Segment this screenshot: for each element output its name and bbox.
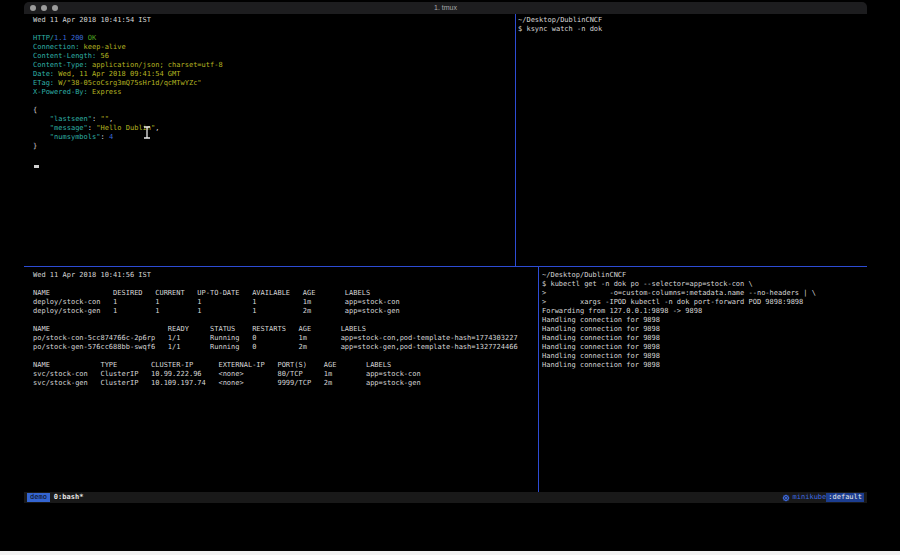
- json-field: "message": "Hello Dublin",: [33, 124, 223, 133]
- json-comma: ,: [109, 115, 113, 123]
- header-value: W/"38-05coCsrg3mQ75sHr1d/qcMTwYZc": [54, 79, 202, 87]
- blank-line: [33, 97, 223, 106]
- window-title: 1. tmux: [24, 2, 867, 14]
- http-status-line: HTTP/1.1 200 OK: [33, 34, 223, 43]
- json-field: "numsymbols": 4: [33, 133, 223, 142]
- svc-table-row: svc/stock-con ClusterIP 10.99.222.96 <no…: [33, 370, 518, 379]
- pane-top-right[interactable]: ~/Desktop/DublinCNCF $ ksync watch -n do…: [518, 16, 602, 34]
- header-name: X-Powered-By:: [33, 88, 88, 96]
- header-value: application/json; charset=utf-8: [88, 61, 223, 69]
- json-separator: :: [100, 133, 108, 141]
- command-line: > xargs -IPOD kubectl -n dok port-forwar…: [542, 298, 816, 307]
- window-tab-bash[interactable]: 0:bash*: [54, 492, 84, 503]
- window-titlebar: 1. tmux: [24, 2, 867, 14]
- pane-divider-horizontal[interactable]: [24, 266, 867, 267]
- blank-line: [33, 316, 518, 325]
- pod-table-header: NAME READY STATUS RESTARTS AGE LABELS: [33, 325, 518, 334]
- json-field: "lastseen": "",: [33, 115, 223, 124]
- header-name: Connection:: [33, 43, 79, 51]
- pod-table-row: po/stock-con-5cc874766c-2p6rp 1/1 Runnin…: [33, 334, 518, 343]
- header-value: Wed, 11 Apr 2018 09:41:54 GMT: [54, 70, 180, 78]
- pane-bottom-right[interactable]: ~/Desktop/DublinCNCF $ kubectl get -n do…: [542, 271, 816, 370]
- blank-line: [33, 280, 518, 289]
- cwd: ~/Desktop/DublinCNCF: [542, 271, 816, 280]
- json-separator: :: [88, 124, 96, 132]
- json-value: 4: [109, 133, 113, 141]
- connection-line: Handling connection for 9898: [542, 316, 816, 325]
- json-key: "numsymbols": [33, 133, 100, 141]
- header-name: Content-Type:: [33, 61, 88, 69]
- pane-divider-vertical-top[interactable]: [515, 14, 516, 266]
- command: $ ksync watch -n dok: [518, 25, 602, 34]
- pane-divider-vertical-bottom[interactable]: [538, 267, 539, 492]
- svc-table-header: NAME TYPE CLUSTER-IP EXTERNAL-IP PORT(S)…: [33, 361, 518, 370]
- desktop-edge-strip: [0, 551, 900, 555]
- connection-line: Handling connection for 9898: [542, 343, 816, 352]
- json-key: "lastseen": [33, 115, 92, 123]
- http-proto: HTTP/: [33, 34, 54, 42]
- svc-table-row: svc/stock-gen ClusterIP 10.109.197.74 <n…: [33, 379, 518, 388]
- blank-line: [33, 352, 518, 361]
- header-value: Express: [88, 88, 122, 96]
- command-line: $ kubectl get -n dok po --selector=app=s…: [542, 280, 816, 289]
- http-header: X-Powered-By: Express: [33, 88, 223, 97]
- http-header: ETag: W/"38-05coCsrg3mQ75sHr1d/qcMTwYZc": [33, 79, 223, 88]
- timestamp: Wed 11 Apr 2018 10:41:56 IST: [33, 271, 518, 280]
- kube-helm-icon: [782, 494, 790, 502]
- http-version-code: 1.1 200: [54, 34, 84, 42]
- header-value: keep-alive: [79, 43, 125, 51]
- pod-table-row: po/stock-gen-576cc688bb-swqf6 1/1 Runnin…: [33, 343, 518, 352]
- json-value: "": [100, 115, 108, 123]
- http-reason: OK: [84, 34, 97, 42]
- command-line: > -o=custom-columns=:metadata.name --no-…: [542, 289, 816, 298]
- pane-bottom-left[interactable]: Wed 11 Apr 2018 10:41:56 IST NAME DESIRE…: [33, 271, 518, 388]
- json-close-brace: }: [33, 142, 223, 151]
- http-header: Content-Type: application/json; charset=…: [33, 61, 223, 70]
- kube-namespace: :default: [826, 493, 864, 502]
- header-name: ETag:: [33, 79, 54, 87]
- deploy-table-header: NAME DESIRED CURRENT UP-TO-DATE AVAILABL…: [33, 289, 518, 298]
- http-header: Date: Wed, 11 Apr 2018 09:41:54 GMT: [33, 70, 223, 79]
- connection-line: Handling connection for 9898: [542, 352, 816, 361]
- deploy-table-row: deploy/stock-gen 1 1 1 1 2m app=stock-ge…: [33, 307, 518, 316]
- header-name: Content-Length:: [33, 52, 96, 60]
- deploy-table-row: deploy/stock-con 1 1 1 1 1m app=stock-co…: [33, 298, 518, 307]
- json-comma: ,: [155, 124, 159, 132]
- cwd: ~/Desktop/DublinCNCF: [518, 16, 602, 25]
- session-name-badge: demo: [27, 493, 50, 502]
- http-header: Content-Length: 56: [33, 52, 223, 61]
- status-right: minikube:default: [782, 492, 864, 503]
- json-open-brace: {: [33, 106, 223, 115]
- header-value: 56: [96, 52, 109, 60]
- header-name: Date:: [33, 70, 54, 78]
- connection-line: Handling connection for 9898: [542, 325, 816, 334]
- terminal-cursor: [34, 165, 39, 168]
- connection-line: Handling connection for 9898: [542, 361, 816, 370]
- timestamp: Wed 11 Apr 2018 10:41:54 IST: [33, 16, 223, 25]
- pane-top-left[interactable]: Wed 11 Apr 2018 10:41:54 IST HTTP/1.1 20…: [33, 16, 223, 151]
- tmux-status-bar: demo 0:bash* minikube:default: [24, 492, 867, 503]
- http-header: Connection: keep-alive: [33, 43, 223, 52]
- forwarding-line: Forwarding from 127.0.0.1:9898 -> 9898: [542, 307, 816, 316]
- mouse-cursor-ibeam: [143, 126, 151, 139]
- json-key: "message": [33, 124, 88, 132]
- connection-line: Handling connection for 9898: [542, 334, 816, 343]
- kube-context: minikube: [793, 492, 827, 503]
- blank-line: [33, 25, 223, 34]
